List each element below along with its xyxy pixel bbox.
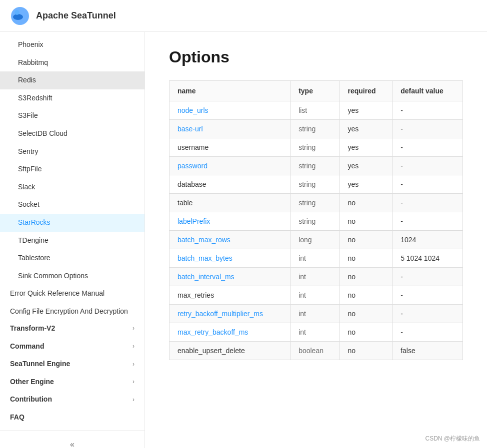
table-row: usernamestringyes- (170, 138, 463, 157)
cell-type: string (290, 120, 340, 138)
sidebar-item-sftpfile[interactable]: SftpFile (0, 160, 144, 178)
table-header-row: name type required default value (170, 81, 463, 101)
option-link[interactable]: batch_interval_ms (178, 273, 234, 281)
sidebar-item-tdengine[interactable]: TDengine (0, 232, 144, 250)
cell-type: string (290, 157, 340, 175)
cell-default: - (392, 101, 463, 120)
cell-default: 5 1024 1024 (392, 249, 463, 268)
table-row: tablestringno- (170, 194, 463, 212)
cell-type: string (290, 212, 340, 231)
cell-required: no (340, 212, 392, 231)
svg-point-1 (13, 14, 23, 20)
table-row: labelPrefixstringno- (170, 212, 463, 231)
sidebar-item-transformv2[interactable]: Transform-V2 › (0, 320, 144, 338)
table-row: batch_max_rowslongno1024 (170, 231, 463, 249)
cell-required: yes (340, 157, 392, 175)
sidebar-item-errorquickreference[interactable]: Error Quick Reference Manual (0, 285, 144, 303)
sidebar-item-phoenix[interactable]: Phoenix (0, 36, 144, 54)
option-link[interactable]: password (178, 162, 208, 170)
cell-required: no (340, 268, 392, 286)
cell-required: no (340, 342, 392, 360)
cell-required: no (340, 249, 392, 268)
cell-default: - (392, 175, 463, 194)
cell-name: database (170, 175, 290, 194)
cell-default: - (392, 323, 463, 342)
watermark: CSDN @柠檬味的鱼 (422, 434, 483, 444)
cell-type: int (290, 323, 340, 342)
cell-name[interactable]: node_urls (170, 101, 290, 120)
cell-name: table (170, 194, 290, 212)
sidebar-item-rabbitmq[interactable]: Rabbitmq (0, 54, 144, 72)
option-link[interactable]: base-url (178, 125, 203, 133)
col-header-required: required (340, 81, 392, 101)
sidebar-item-starrocks[interactable]: StarRocks (0, 214, 144, 232)
cell-required: no (340, 231, 392, 249)
option-link[interactable]: retry_backoff_multiplier_ms (178, 310, 263, 318)
table-row: enable_upsert_deletebooleannofalse (170, 342, 463, 360)
cell-name[interactable]: base-url (170, 120, 290, 138)
cell-required: yes (340, 120, 392, 138)
sidebar-item-otherengine[interactable]: Other Engine › (0, 373, 144, 391)
col-header-type: type (290, 81, 340, 101)
sidebar-item-contribution[interactable]: Contribution › (0, 391, 144, 409)
cell-name: enable_upsert_delete (170, 342, 290, 360)
cell-type: int (290, 286, 340, 305)
sidebar-item-slack[interactable]: Slack (0, 178, 144, 196)
table-row: retry_backoff_multiplier_msintno- (170, 305, 463, 323)
option-link[interactable]: labelPrefix (178, 217, 210, 225)
sidebar-item-s3redshift[interactable]: S3Redshift (0, 89, 144, 107)
sidebar-footer: « (0, 431, 144, 448)
table-row: batch_interval_msintno- (170, 268, 463, 286)
table-row: node_urlslistyes- (170, 101, 463, 120)
sidebar-item-sinkcommonoptions[interactable]: Sink Common Options (0, 267, 144, 285)
cell-default: - (392, 138, 463, 157)
table-row: max_retry_backoff_msintno- (170, 323, 463, 342)
sidebar-item-selectdbcloud[interactable]: SelectDB Cloud (0, 125, 144, 143)
table-row: databasestringyes- (170, 175, 463, 194)
col-header-name: name (170, 81, 290, 101)
cell-required: no (340, 323, 392, 342)
sidebar-item-configfileencryption[interactable]: Config File Encryption And Decryption (0, 303, 144, 320)
col-header-default: default value (392, 81, 463, 101)
cell-type: int (290, 268, 340, 286)
cell-required: no (340, 194, 392, 212)
cell-name[interactable]: max_retry_backoff_ms (170, 323, 290, 342)
table-row: max_retriesintno- (170, 286, 463, 305)
cell-name: username (170, 138, 290, 157)
cell-type: int (290, 249, 340, 268)
cell-type: string (290, 175, 340, 194)
option-link[interactable]: batch_max_bytes (178, 254, 232, 262)
svg-point-3 (14, 10, 20, 15)
option-link[interactable]: node_urls (178, 106, 208, 114)
chevron-right-icon: › (132, 324, 134, 333)
sidebar-item-tablestore[interactable]: Tablestore (0, 249, 144, 267)
cell-name: max_retries (170, 286, 290, 305)
sidebar-item-sentry[interactable]: Sentry (0, 143, 144, 161)
cell-name[interactable]: retry_backoff_multiplier_ms (170, 305, 290, 323)
cell-type: boolean (290, 342, 340, 360)
app-title: Apache SeaTunnel (36, 10, 116, 21)
option-link[interactable]: max_retry_backoff_ms (178, 328, 248, 336)
sidebar: Phoenix Rabbitmq Redis S3Redshift S3File… (0, 32, 145, 448)
sidebar-item-command[interactable]: Command › (0, 338, 144, 356)
cell-required: no (340, 305, 392, 323)
sidebar-item-s3file[interactable]: S3File (0, 107, 144, 125)
table-row: passwordstringyes- (170, 157, 463, 175)
sidebar-item-seatunnelengine[interactable]: SeaTunnel Engine › (0, 355, 144, 373)
sidebar-collapse-button[interactable]: « (60, 437, 84, 448)
cell-type: long (290, 231, 340, 249)
cell-required: yes (340, 138, 392, 157)
cell-type: int (290, 305, 340, 323)
options-table: name type required default value node_ur… (169, 80, 463, 360)
cell-default: - (392, 268, 463, 286)
option-link[interactable]: batch_max_rows (178, 236, 230, 244)
cell-name[interactable]: password (170, 157, 290, 175)
cell-name[interactable]: batch_max_bytes (170, 249, 290, 268)
cell-name[interactable]: labelPrefix (170, 212, 290, 231)
sidebar-item-redis[interactable]: Redis (0, 71, 144, 89)
sidebar-item-socket[interactable]: Socket (0, 196, 144, 214)
cell-name[interactable]: batch_interval_ms (170, 268, 290, 286)
sidebar-item-faq[interactable]: FAQ (0, 409, 144, 427)
cell-name[interactable]: batch_max_rows (170, 231, 290, 249)
cell-default: false (392, 342, 463, 360)
